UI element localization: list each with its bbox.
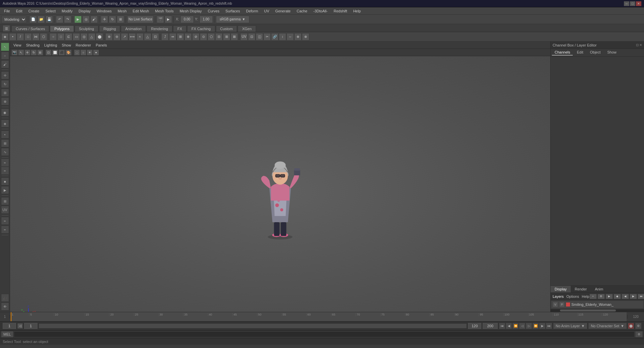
menu-surfaces[interactable]: Surfaces <box>223 8 243 14</box>
soft-select[interactable]: ◉ <box>1 108 9 116</box>
layer-playback[interactable]: P <box>559 302 565 307</box>
fill-hole-btn[interactable]: ⊞ <box>177 33 184 40</box>
maximize-btn[interactable]: □ <box>630 1 635 6</box>
anim-layers2[interactable]: ▪▪ <box>1 226 9 234</box>
rotate-tool[interactable]: ↻ <box>1 80 9 88</box>
menu-create[interactable]: Create <box>26 8 42 14</box>
snap-grid[interactable]: ⊞ <box>1 139 9 147</box>
tab-channels[interactable]: Channels <box>552 50 573 56</box>
render-btn[interactable]: 🎬 <box>157 16 164 23</box>
menu-edit-mesh[interactable]: Edit Mesh <box>130 8 152 14</box>
workspace-dropdown[interactable]: Modeling <box>1 16 26 23</box>
tab-help[interactable]: Help <box>582 294 589 298</box>
viewport[interactable]: View Shading Lighting Show Renderer Pane… <box>10 41 550 312</box>
rotate-btn[interactable]: ↻ <box>109 16 116 23</box>
paint-select[interactable]: 🖌 <box>1 60 9 68</box>
snap-point[interactable]: • <box>1 130 9 139</box>
x-value[interactable]: 0.00 <box>180 16 194 23</box>
merge-btn[interactable]: ⊗ <box>184 33 192 40</box>
tab-xgen[interactable]: XGen <box>238 25 256 32</box>
tab-bar-icon[interactable]: ☰ <box>3 25 10 32</box>
tab-show[interactable]: Show <box>605 50 619 56</box>
menu-file[interactable]: File <box>1 8 13 14</box>
redo-btn[interactable]: ↷ <box>64 16 71 23</box>
new-scene-btn[interactable]: 📄 <box>29 16 37 23</box>
tab-edit[interactable]: Edit <box>574 50 586 56</box>
smooth-btn[interactable]: ≈ <box>136 33 144 40</box>
menu-windows[interactable]: Windows <box>94 8 114 14</box>
tab-animation[interactable]: Animation <box>121 25 146 32</box>
minimize-btn[interactable]: ─ <box>624 1 629 6</box>
uv-unwrap-btn[interactable]: ⊡ <box>248 33 255 40</box>
next-frame-btn[interactable]: ▶ <box>539 323 545 329</box>
vp-menu-renderer[interactable]: Renderer <box>74 42 93 48</box>
menu-deform[interactable]: Deform <box>243 8 261 14</box>
menu-3dtall[interactable]: -3DtoAll- <box>311 8 330 14</box>
select-tool-btn[interactable]: ▶ <box>74 16 82 23</box>
move-tool[interactable]: ✛ <box>1 71 9 79</box>
layer-last-btn[interactable]: ⏭ <box>638 294 644 299</box>
extract-btn[interactable]: ↗ <box>121 33 128 40</box>
mel-label[interactable]: MEL <box>1 331 13 337</box>
vp-tb-wire-shade[interactable]: ⬛ <box>59 50 65 56</box>
separate-btn[interactable]: ⊖ <box>113 33 120 40</box>
vp-tb-wireframe[interactable]: ⊡ <box>46 50 52 56</box>
uvmap-btn[interactable]: ⋈ <box>32 33 39 40</box>
bridge-btn[interactable]: ⇔ <box>169 33 176 40</box>
tab-anim[interactable]: Anim <box>591 286 607 292</box>
anim-layers[interactable]: ▪▪ <box>1 217 9 225</box>
object-mode-btn[interactable]: ◈ <box>1 33 9 40</box>
viewport-3d[interactable]: persp X Y Z <box>10 56 550 312</box>
uv-norm-btn[interactable]: ↕ <box>279 33 286 40</box>
grid-toggle[interactable]: ⊞ <box>1 197 9 205</box>
vp-tb-rot[interactable]: ↻ <box>31 50 37 56</box>
menu-uv[interactable]: UV <box>261 8 272 14</box>
render-region[interactable]: ■ <box>1 177 9 185</box>
play-back-btn[interactable]: ◁ <box>519 323 525 329</box>
tab-render[interactable]: Render <box>571 286 591 292</box>
layer-anim-btn[interactable]: ▶ <box>606 294 613 299</box>
component-btn[interactable]: ⬡ <box>40 33 47 40</box>
settings-btn[interactable]: ⚙ <box>635 323 641 329</box>
cylinder-btn[interactable]: ⊏ <box>65 33 72 40</box>
save-scene-btn[interactable]: 💾 <box>46 16 53 23</box>
uv-sew-btn[interactable]: 🔗 <box>271 33 278 40</box>
skip-start-btn[interactable]: ⏮ <box>499 323 505 329</box>
end-frame-input[interactable] <box>468 323 481 329</box>
menu-mesh-tools[interactable]: Mesh Tools <box>152 8 176 14</box>
tab-options[interactable]: Options <box>566 294 579 298</box>
layer-key-btn[interactable]: ◆ <box>614 294 621 299</box>
y-value[interactable]: 1.00 <box>199 16 213 23</box>
no-char-set-dropdown[interactable]: No Character Set ▼ <box>588 323 627 329</box>
sphere-btn[interactable]: ○ <box>50 33 57 40</box>
current-frame-input[interactable] <box>24 323 37 329</box>
ipr-btn[interactable]: ▶ <box>165 16 172 23</box>
vp-tb-xray[interactable]: ◌ <box>74 50 80 56</box>
timeline-scroll-area[interactable] <box>39 324 467 328</box>
camera-pan[interactable]: 👁 <box>1 302 9 311</box>
no-anim-layer-dropdown[interactable]: No Anim Layer ▼ <box>553 323 587 329</box>
gamma-btn[interactable]: sRGB gamma ▼ <box>216 16 249 23</box>
menu-edit[interactable]: Edit <box>13 8 25 14</box>
menu-modify[interactable]: Modify <box>59 8 75 14</box>
ipr-render[interactable]: ▶ <box>1 186 9 194</box>
vp-menu-shading[interactable]: Shading <box>24 42 42 48</box>
face-btn[interactable]: □ <box>24 33 32 40</box>
move-btn[interactable]: ✛ <box>101 16 108 23</box>
menu-curves[interactable]: Curves <box>205 8 222 14</box>
lasso-select[interactable]: ○ <box>1 52 9 60</box>
script-editor-btn[interactable]: ⚙ <box>635 331 643 337</box>
uv-snap-btn[interactable]: ⊕ <box>294 33 302 40</box>
layer-prev-btn[interactable]: ◀ <box>622 294 629 299</box>
start-frame-input[interactable] <box>3 323 16 329</box>
scale-btn[interactable]: ⊞ <box>117 16 124 23</box>
vp-menu-lighting[interactable]: Lighting <box>42 42 59 48</box>
cone-btn[interactable]: △ <box>88 33 95 40</box>
connect-btn[interactable]: ⊙ <box>200 33 207 40</box>
vp-tb-isolate[interactable]: ○ <box>80 50 86 56</box>
menu-mesh[interactable]: Mesh <box>115 8 129 14</box>
vp-tb-textures[interactable]: 🎨 <box>65 50 72 56</box>
uv-editor-btn[interactable]: UV <box>240 33 248 40</box>
tab-sculpting[interactable]: Sculpting <box>75 25 98 32</box>
history-toggle2[interactable]: ▪▪ <box>1 167 9 174</box>
